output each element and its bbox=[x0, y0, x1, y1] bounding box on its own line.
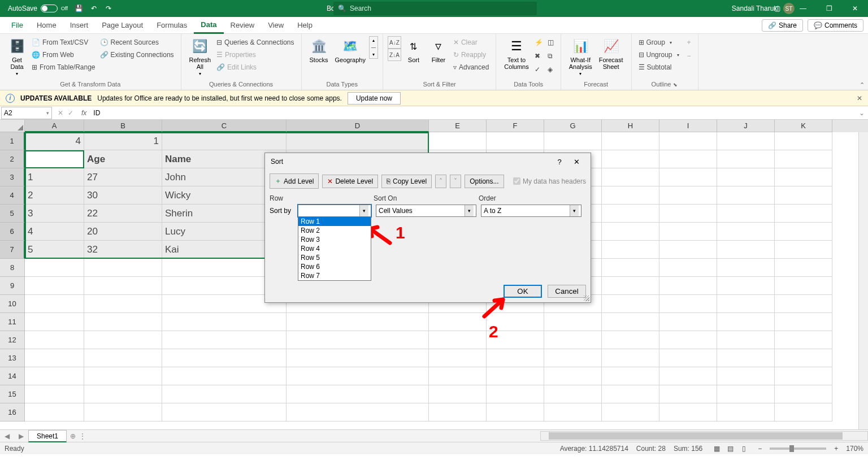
cell[interactable] bbox=[602, 241, 659, 259]
consolidate-button[interactable]: ◫ bbox=[545, 36, 556, 49]
flash-fill-button[interactable]: ⚡ bbox=[532, 36, 545, 49]
cell[interactable] bbox=[544, 331, 602, 349]
cell[interactable] bbox=[775, 349, 832, 367]
row-header[interactable]: 5 bbox=[0, 205, 25, 223]
row-header[interactable]: 14 bbox=[0, 367, 25, 385]
cell[interactable] bbox=[602, 205, 659, 223]
advanced-button[interactable]: ▿Advanced bbox=[451, 61, 491, 73]
col-header-E[interactable]: E bbox=[429, 120, 487, 132]
tab-review[interactable]: Review bbox=[224, 17, 262, 34]
cell[interactable] bbox=[602, 150, 659, 168]
cell[interactable] bbox=[717, 331, 775, 349]
cell[interactable] bbox=[287, 132, 429, 150]
close-banner-icon[interactable]: ✕ bbox=[857, 94, 862, 102]
col-header-A[interactable]: A bbox=[25, 120, 84, 132]
tab-pagelayout[interactable]: Page Layout bbox=[95, 17, 150, 34]
delete-level-button[interactable]: ✕Delete Level bbox=[322, 175, 378, 188]
cell[interactable] bbox=[602, 349, 659, 367]
cell[interactable] bbox=[162, 349, 287, 367]
cell[interactable] bbox=[717, 385, 775, 403]
cell[interactable]: 2 bbox=[25, 186, 84, 205]
cell[interactable] bbox=[487, 313, 544, 331]
cell[interactable] bbox=[717, 313, 775, 331]
update-now-button[interactable]: Update now bbox=[348, 92, 401, 105]
cell[interactable]: 3 bbox=[25, 205, 84, 223]
cell[interactable] bbox=[659, 349, 717, 367]
cell[interactable] bbox=[162, 132, 287, 150]
cell[interactable] bbox=[25, 313, 84, 331]
cell[interactable] bbox=[775, 385, 832, 403]
page-layout-view-icon[interactable]: ▤ bbox=[724, 444, 736, 454]
row-header[interactable]: 13 bbox=[0, 349, 25, 367]
data-model-button[interactable]: ◈ bbox=[545, 63, 556, 76]
row-header[interactable]: 1 bbox=[0, 132, 25, 150]
enter-formula-icon[interactable]: ✓ bbox=[68, 109, 73, 117]
cell[interactable] bbox=[25, 349, 84, 367]
tab-split-icon[interactable]: ⋮ bbox=[79, 432, 86, 440]
cell[interactable] bbox=[602, 132, 659, 150]
cell[interactable] bbox=[84, 331, 162, 349]
share-button[interactable]: 🔗Share bbox=[762, 19, 803, 32]
cell[interactable] bbox=[717, 186, 775, 205]
fx-icon[interactable]: fx bbox=[78, 109, 90, 117]
from-text-csv-button[interactable]: 📄From Text/CSV bbox=[29, 36, 98, 49]
cell[interactable] bbox=[717, 241, 775, 259]
cell[interactable]: Age bbox=[84, 150, 162, 168]
tab-data[interactable]: Data bbox=[194, 17, 223, 34]
order-combo[interactable]: A to Z ▾ bbox=[481, 205, 581, 217]
cell[interactable] bbox=[717, 367, 775, 385]
cell[interactable] bbox=[602, 313, 659, 331]
queries-connections-button[interactable]: ⊟Queries & Connections bbox=[214, 36, 296, 49]
outline-launcher-icon[interactable]: ⬊ bbox=[673, 82, 678, 88]
cell[interactable] bbox=[429, 132, 487, 150]
zoom-slider[interactable] bbox=[770, 447, 826, 450]
cell[interactable] bbox=[602, 331, 659, 349]
dropdown-option[interactable]: Row 1 bbox=[298, 217, 371, 226]
cell[interactable] bbox=[84, 349, 162, 367]
cell[interactable] bbox=[84, 259, 162, 277]
cell[interactable] bbox=[84, 403, 162, 421]
cell[interactable] bbox=[84, 385, 162, 403]
cell[interactable] bbox=[602, 259, 659, 277]
cell[interactable] bbox=[287, 349, 429, 367]
cell[interactable] bbox=[162, 385, 287, 403]
cell[interactable] bbox=[659, 150, 717, 168]
data-types-more[interactable]: ▴—▾ bbox=[369, 36, 378, 59]
cell[interactable] bbox=[487, 367, 544, 385]
cell[interactable] bbox=[602, 277, 659, 295]
cell[interactable] bbox=[659, 241, 717, 259]
cell[interactable] bbox=[25, 403, 84, 421]
cell[interactable] bbox=[429, 313, 487, 331]
cell[interactable]: 4 bbox=[25, 223, 84, 241]
existing-connections-button[interactable]: 🔗Existing Connections bbox=[98, 49, 176, 61]
cell[interactable] bbox=[287, 385, 429, 403]
cell[interactable] bbox=[659, 367, 717, 385]
ok-button[interactable]: OK bbox=[504, 285, 542, 298]
cell[interactable]: 30 bbox=[84, 186, 162, 205]
cell[interactable] bbox=[544, 367, 602, 385]
cell[interactable] bbox=[659, 313, 717, 331]
cell[interactable] bbox=[775, 313, 832, 331]
row-header[interactable]: 11 bbox=[0, 313, 25, 331]
cell[interactable] bbox=[775, 295, 832, 313]
cell[interactable] bbox=[84, 313, 162, 331]
cell[interactable] bbox=[717, 205, 775, 223]
sort-asc-button[interactable]: A↓Z bbox=[388, 36, 401, 49]
get-data-button[interactable]: 🗄️Get Data▾ bbox=[5, 36, 29, 77]
cell[interactable] bbox=[659, 186, 717, 205]
cell[interactable] bbox=[429, 349, 487, 367]
cell[interactable] bbox=[487, 132, 544, 150]
cell[interactable] bbox=[544, 349, 602, 367]
cell[interactable] bbox=[775, 150, 832, 168]
cell[interactable] bbox=[659, 331, 717, 349]
zoom-out-icon[interactable]: − bbox=[758, 445, 762, 453]
vertical-scrollbar[interactable] bbox=[858, 132, 868, 429]
cell[interactable] bbox=[25, 367, 84, 385]
col-header-J[interactable]: J bbox=[717, 120, 775, 132]
resize-grip-icon[interactable] bbox=[584, 295, 589, 301]
cell[interactable] bbox=[287, 367, 429, 385]
data-validation-button[interactable]: ✓ bbox=[532, 63, 545, 76]
cell[interactable] bbox=[544, 313, 602, 331]
copy-level-button[interactable]: ⎘Copy Level bbox=[381, 175, 432, 188]
row-header[interactable]: 9 bbox=[0, 277, 25, 295]
